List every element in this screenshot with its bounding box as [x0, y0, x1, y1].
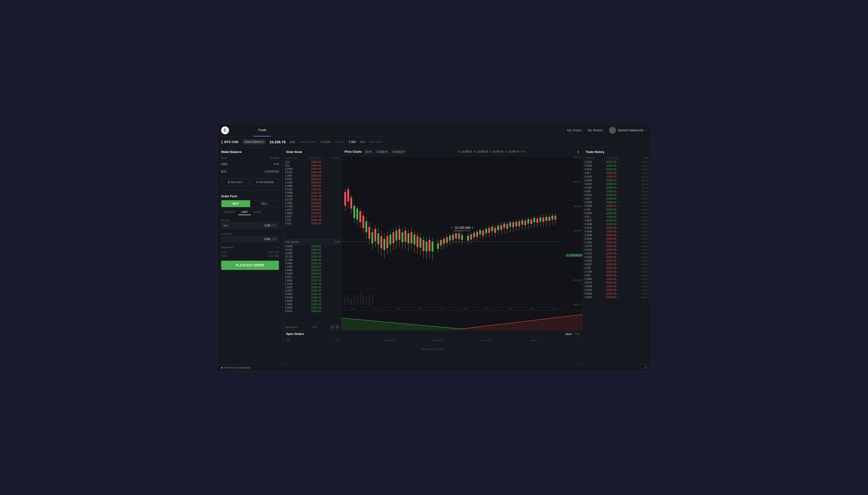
chart-type-control[interactable]: Candle ▾ — [375, 149, 389, 154]
ob-ask-row[interactable]: 1.000010340.65- — [283, 201, 341, 205]
trade-history-title: Trade History — [583, 148, 651, 156]
ob-ask-row[interactable]: 0.592210344.30- — [283, 171, 341, 174]
oo-tab-fills[interactable]: Fills — [575, 332, 579, 336]
trade-history-row: 0.008310331.02 ↘9:48:43 — [583, 277, 651, 281]
usd-amount: 0.00 — [274, 163, 279, 166]
svg-rect-128 — [515, 222, 517, 226]
svg-rect-116 — [497, 226, 499, 230]
nav-trade[interactable]: Trade — [253, 124, 271, 136]
svg-rect-32 — [365, 221, 367, 232]
agg-minus[interactable]: − — [331, 325, 334, 329]
oo-col-price: Price (USD) — [433, 339, 482, 342]
ob-bid-row[interactable]: 0.110010327.25- — [283, 282, 341, 286]
ob-bid-row[interactable]: 0.002310326.40- — [283, 293, 341, 296]
ob-bid-row[interactable]: 3.026810329.00- — [283, 272, 341, 275]
ob-ask-row[interactable]: 5.60110336.30- — [283, 222, 341, 225]
ob-ask-row[interactable]: 2.41410336.55- — [283, 218, 341, 222]
ob-ask-row[interactable]: 0.299910344.35- — [283, 167, 341, 171]
ob-ask-row[interactable]: 0.100010342.90- — [283, 181, 341, 184]
place-order-button[interactable]: PLACE BUY ORDER — [221, 261, 279, 270]
trade-history-row: 0.005410338.46 ↗9:49:20 — [583, 211, 651, 215]
svg-rect-40 — [377, 233, 379, 244]
advanced-toggle[interactable]: Advanced ▾ — [217, 244, 283, 251]
ob-ask-row[interactable]: 0.0110344.40- — [283, 164, 341, 167]
order-book: Order Book Market Size Price (USD) My Si… — [283, 148, 342, 330]
btc-amount: 0.00000000 — [265, 170, 279, 173]
ob-bid-row[interactable]: 0.002110324.50- — [283, 310, 341, 313]
ob-ask-row[interactable]: 0.13210337.35- — [283, 215, 341, 218]
ob-bid-row[interactable]: 0.050010325.75- — [283, 300, 341, 303]
ob-ask-row[interactable]: 2.000010342.85- — [283, 184, 341, 188]
limit-price-input[interactable] — [223, 238, 270, 241]
ob-bid-row[interactable]: 0.099910329.25- — [283, 269, 341, 272]
ob-ask-row[interactable]: 3.1410344.45- — [283, 160, 341, 164]
user-name: Satoshi Nakamoto — [618, 129, 644, 132]
limit-tab[interactable]: LIMIT — [238, 209, 251, 215]
svg-rect-9 — [350, 298, 352, 305]
trade-history-row: 0.007610335.13 ↘9:49:48 — [583, 175, 651, 178]
trade-history-row: 0.400010336.80 ↘9:49:06 — [583, 230, 651, 233]
ob-bid-row[interactable]: 0.759910332.90- — [283, 258, 341, 262]
limit-price-input-row: USD — [221, 236, 279, 242]
open-orders: Open Orders Open Fills Side Size Filled … — [283, 330, 583, 364]
svg-rect-8 — [348, 294, 349, 305]
overlay-control[interactable]: Overlay ▾ — [391, 149, 406, 154]
stop-tab[interactable]: STOP — [251, 209, 264, 215]
ob-bid-row[interactable]: 3.000010331.00- — [283, 262, 341, 265]
amount-unit: BTC — [272, 224, 277, 227]
svg-rect-122 — [506, 224, 508, 229]
svg-rect-90 — [455, 233, 457, 238]
chart-expand-icon[interactable]: ▶ — [577, 150, 579, 153]
ob-ask-row[interactable]: 2.000010341.95- — [283, 194, 341, 198]
svg-rect-112 — [491, 227, 493, 231]
agg-plus[interactable]: + — [335, 325, 339, 329]
ob-bid-row[interactable]: 1.000010327.95- — [283, 279, 341, 282]
max-button[interactable]: Max — [223, 224, 228, 227]
oo-tab-open[interactable]: Open — [566, 332, 572, 336]
sell-tab[interactable]: SELL — [250, 200, 279, 207]
my-wallets-link[interactable]: My Wallets — [588, 129, 603, 132]
svg-rect-20 — [347, 189, 349, 202]
trade-history-row: 0.035310333.01 ↘9:48:54 — [583, 259, 651, 262]
user-info[interactable]: Satoshi Nakamoto ▾ — [609, 127, 647, 134]
ob-bid-row[interactable]: 0.001110328.15- — [283, 275, 341, 279]
deposit-button[interactable]: ⊕ DEPOSIT — [221, 178, 249, 186]
ob-bid-row[interactable]: 0.616810326.30- — [283, 296, 341, 300]
timeframe-control[interactable]: 5m ▾ — [364, 149, 373, 154]
my-orders-link[interactable]: My Orders — [567, 129, 582, 132]
market-tab[interactable]: MARKET — [221, 209, 238, 215]
ob-ask-row[interactable]: 1.008710344.00- — [283, 174, 341, 177]
oo-col-status: Status — [530, 339, 579, 342]
ob-ask-row[interactable]: 0.610010341.80- — [283, 198, 341, 201]
trade-history-row: 0.009310338.27 ↘9:49:28 — [583, 204, 651, 208]
ob-bid-row[interactable]: 0.003710326.45- — [283, 289, 341, 293]
ob-ask-row[interactable]: 0.068810342.15- — [283, 191, 341, 194]
ob-bid-row[interactable]: 1.000010325.45- — [283, 303, 341, 306]
ob-ask-row[interactable]: 0.759910340.35- — [283, 205, 341, 208]
ob-bid-row[interactable]: 6.000010325.25- — [283, 306, 341, 310]
trade-history-row: 0.001610331.00 ↘9:48:24 — [583, 288, 651, 292]
nav-tabs: Trade — [253, 124, 271, 136]
ob-bid-row[interactable]: 1.290410329.35- — [283, 265, 341, 269]
trading-pair: BTC-USD — [224, 140, 239, 144]
ob-bid-row[interactable]: 25.30010333.00- — [283, 255, 341, 258]
amount-input[interactable] — [229, 224, 271, 227]
ob-header: Market Size Price (USD) My Size — [283, 156, 341, 160]
ob-ask-row[interactable]: 1.437110340.00- — [283, 208, 341, 211]
svg-rect-102 — [476, 232, 478, 237]
ob-col-size: Market Size — [285, 157, 303, 159]
buy-tab[interactable]: BUY — [222, 200, 250, 207]
ob-ask-row[interactable]: 0.004710343.75- — [283, 177, 341, 181]
ob-bid-row[interactable]: 0.098410333.50- — [283, 252, 341, 255]
settings-icon[interactable]: ⚙ — [644, 366, 647, 370]
svg-rect-30 — [362, 216, 364, 228]
ob-bid-row[interactable]: 0.404510335.05- — [283, 245, 341, 248]
withdraw-button[interactable]: ⊖ WITHDRAW — [251, 178, 279, 186]
ob-ask-row[interactable]: 3.000010339.25- — [283, 211, 341, 215]
market-select[interactable]: Select Market ▾ — [243, 140, 265, 144]
last-price: 10,336.78 — [269, 140, 286, 144]
right-panel: Trade History Trade Size Price (USD) Tim… — [583, 148, 651, 364]
ob-bid-row[interactable]: 1.022210326.50- — [283, 286, 341, 289]
ob-ask-row[interactable]: 0.110010342.65- — [283, 188, 341, 191]
ob-bid-row[interactable]: 2.510010334.95- — [283, 248, 341, 252]
